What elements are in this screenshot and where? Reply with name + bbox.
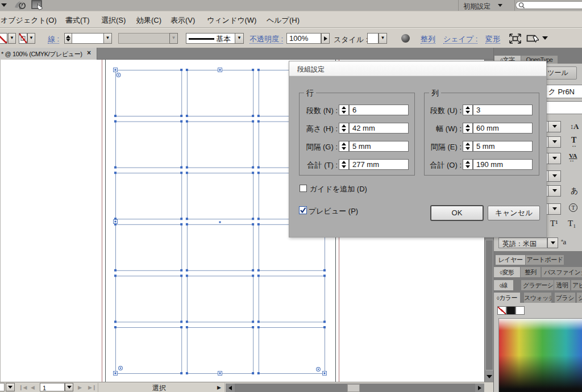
search-input[interactable] bbox=[516, 1, 582, 9]
rows-height-input[interactable]: 42 mm bbox=[349, 123, 409, 134]
stroke-dropdown-button[interactable]: ▼ bbox=[27, 33, 35, 44]
swatch-none[interactable] bbox=[497, 306, 506, 315]
aki-left-dropdown[interactable] bbox=[548, 185, 561, 197]
vertical-scrollbar-thumb[interactable] bbox=[485, 240, 493, 370]
ok-button[interactable]: OK bbox=[430, 205, 484, 221]
rows-height-spinner[interactable] bbox=[339, 123, 349, 134]
menu-window[interactable]: ウィンドウ(W) bbox=[207, 15, 256, 26]
fill-swatch[interactable] bbox=[0, 33, 7, 44]
align-panel-link[interactable]: 整列 bbox=[421, 35, 435, 44]
cols-count-input[interactable]: 3 bbox=[473, 105, 533, 115]
cols-gutter-input[interactable]: 5 mm bbox=[473, 141, 533, 152]
first-artboard-button[interactable]: ❙◀ bbox=[19, 385, 27, 390]
document-tab[interactable]: * @ 100% (CMYK/プレビュー) × bbox=[0, 48, 97, 60]
zoom-field[interactable] bbox=[0, 383, 5, 391]
document-tab-close-icon[interactable]: × bbox=[87, 49, 91, 57]
swatch-white[interactable] bbox=[516, 306, 525, 315]
stroke-swatch[interactable] bbox=[19, 33, 27, 44]
fill-dropdown-button[interactable]: ▼ bbox=[8, 33, 16, 44]
menu-object[interactable]: オブジェクト(O) bbox=[1, 15, 57, 26]
stroke-weight-dropdown[interactable]: ▼ bbox=[103, 33, 112, 44]
cols-total-spinner[interactable] bbox=[463, 159, 473, 170]
horizontal-scrollbar[interactable] bbox=[226, 383, 484, 392]
opacity-slider-button[interactable] bbox=[321, 33, 330, 44]
recolor-artwork-icon[interactable] bbox=[401, 34, 410, 43]
opacity-input[interactable]: 100% bbox=[286, 33, 321, 44]
artboard-number-field[interactable]: 1 bbox=[40, 383, 65, 391]
tsume-dropdown[interactable] bbox=[548, 170, 561, 182]
workspace-switcher[interactable]: 初期設定 bbox=[463, 2, 490, 11]
tab-appearance[interactable]: アピアランス bbox=[571, 280, 582, 290]
v-scale-dropdown[interactable] bbox=[548, 136, 561, 148]
tab-gradient[interactable]: グラデーション bbox=[521, 280, 554, 290]
cols-width-input[interactable]: 60 mm bbox=[473, 123, 533, 134]
style-dropdown[interactable]: ▼ bbox=[379, 33, 387, 44]
menu-view[interactable]: 表示(V) bbox=[171, 15, 195, 26]
menu-type[interactable]: 書式(T) bbox=[65, 15, 90, 26]
screen-hand-icon[interactable] bbox=[31, 0, 45, 11]
menu-select[interactable]: 選択(S) bbox=[101, 15, 126, 26]
tab-artboards[interactable]: アートボード bbox=[526, 255, 564, 265]
rows-gutter-input[interactable]: 5 mm bbox=[349, 141, 409, 152]
workspace-caret-icon[interactable] bbox=[498, 4, 502, 7]
baseline-dropdown[interactable] bbox=[548, 203, 561, 215]
scroll-right-button[interactable] bbox=[475, 383, 484, 392]
rows-total-spinner[interactable] bbox=[339, 159, 349, 170]
superscript-icon[interactable]: T¹ bbox=[550, 219, 558, 228]
artboard-dropdown[interactable] bbox=[65, 383, 73, 391]
isolate-selected-icon[interactable] bbox=[509, 34, 521, 44]
select-similar-icon[interactable] bbox=[526, 34, 539, 44]
cols-total-input[interactable]: 190 mm bbox=[473, 159, 533, 170]
stroke-panel-link[interactable]: 線 : bbox=[48, 35, 59, 44]
stroke-weight-spinner[interactable] bbox=[64, 33, 72, 44]
transform-panel-link[interactable]: 変形 bbox=[485, 35, 500, 44]
tab-transparency[interactable]: 透明 bbox=[554, 280, 570, 290]
zoom-dropdown[interactable] bbox=[6, 383, 15, 391]
rows-count-spinner[interactable] bbox=[339, 105, 349, 115]
cancel-button[interactable]: キャンセル bbox=[488, 206, 540, 220]
font-size-dropdown[interactable] bbox=[548, 121, 561, 132]
last-artboard-button[interactable]: ▶❙ bbox=[88, 385, 96, 390]
swatch-black[interactable] bbox=[506, 306, 516, 315]
prev-artboard-button[interactable]: ◀ bbox=[31, 385, 35, 390]
dialog-titlebar[interactable]: 段組設定 bbox=[289, 61, 546, 76]
menu-effect[interactable]: 効果(C) bbox=[136, 15, 161, 26]
tab-color[interactable]: ◊カラー bbox=[494, 293, 520, 303]
shape-panel-link[interactable]: シェイプ : bbox=[443, 35, 477, 44]
brush-dropdown[interactable]: ▼ bbox=[235, 33, 244, 44]
tab-brushes[interactable]: ブラシ bbox=[555, 293, 575, 303]
tab-transform[interactable]: ◊変形 bbox=[494, 267, 520, 277]
brush-definition-combo[interactable]: 基本 bbox=[186, 33, 235, 44]
color-spectrum[interactable] bbox=[498, 318, 582, 392]
status-menu-arrow-icon[interactable]: ▶ bbox=[217, 385, 221, 390]
scroll-down-button[interactable] bbox=[485, 372, 493, 382]
tab-align[interactable]: 整列 bbox=[521, 267, 541, 277]
language-combo[interactable]: 英語：米国 bbox=[498, 237, 547, 248]
style-combo[interactable] bbox=[367, 33, 379, 44]
stroke-weight-input[interactable] bbox=[72, 33, 104, 44]
opacity-panel-link[interactable]: 不透明度 : bbox=[250, 35, 283, 44]
language-dropdown[interactable] bbox=[547, 237, 558, 248]
cols-width-spinner[interactable] bbox=[463, 123, 473, 134]
rows-gutter-spinner[interactable] bbox=[339, 141, 349, 152]
next-artboard-button[interactable]: ▶ bbox=[78, 385, 82, 390]
horizontal-scrollbar-thumb[interactable] bbox=[347, 384, 360, 392]
rows-count-input[interactable]: 6 bbox=[349, 105, 409, 115]
menu-help[interactable]: ヘルプ(H) bbox=[267, 15, 300, 26]
tab-swatches[interactable]: スウォッチ bbox=[524, 293, 551, 303]
subscript-icon[interactable]: T₁ bbox=[568, 219, 576, 228]
select-similar-caret-icon[interactable] bbox=[542, 36, 548, 40]
cols-count-spinner[interactable] bbox=[463, 105, 473, 115]
add-guides-checkbox[interactable] bbox=[300, 185, 307, 192]
app-menu-caret-icon[interactable] bbox=[1, 3, 7, 7]
launch-power-icon[interactable] bbox=[13, 0, 27, 11]
rows-total-input[interactable]: 277 mm bbox=[349, 159, 409, 170]
tab-pathfinder[interactable]: パスファインダー bbox=[542, 267, 582, 277]
tab-symbols[interactable]: シンボル bbox=[577, 293, 582, 303]
tab-stroke[interactable]: ◊線 bbox=[494, 280, 513, 290]
scroll-left-button[interactable] bbox=[226, 383, 235, 392]
preview-checkbox[interactable] bbox=[299, 206, 307, 214]
kerning-dropdown[interactable] bbox=[548, 153, 561, 164]
tab-layers[interactable]: レイヤー bbox=[496, 255, 525, 265]
cols-gutter-spinner[interactable] bbox=[463, 141, 473, 152]
